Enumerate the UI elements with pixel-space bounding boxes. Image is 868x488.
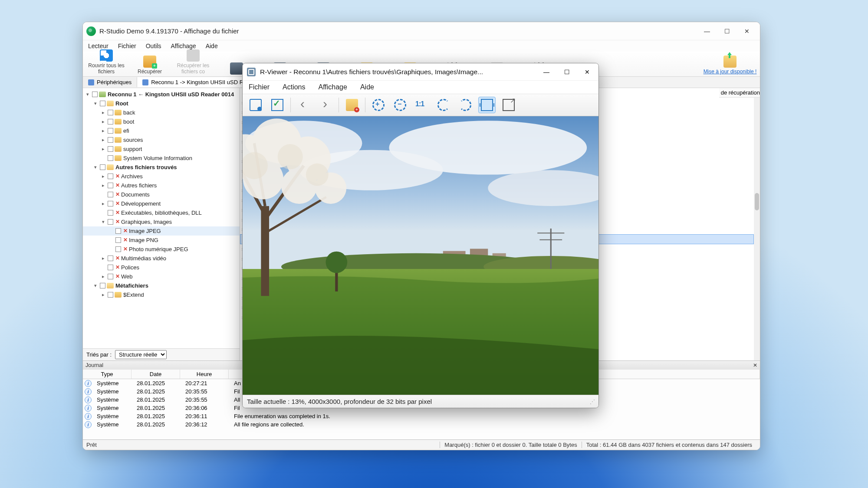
checkbox[interactable] [108, 174, 113, 179]
statusbar: Prêt Marqué(s) : fichier 0 et dossier 0.… [83, 439, 760, 450]
zoom-out-icon [394, 99, 406, 111]
menu-affichage[interactable]: Affichage [171, 43, 196, 49]
checkbox[interactable] [108, 274, 113, 279]
partition-icon [142, 79, 148, 85]
x-icon: ✕ [115, 265, 120, 270]
tree-item[interactable]: ✕Polices [83, 263, 240, 272]
journal-row[interactable]: iSystème28.01.202520:36:11File enumerati… [83, 412, 760, 420]
checkbox[interactable] [108, 119, 113, 124]
tree-item[interactable]: ▸efi [83, 126, 240, 135]
tree-item[interactable]: ▸✕Autres fichiers [83, 181, 240, 190]
rv-tool-prev[interactable] [295, 97, 312, 113]
file-tree[interactable]: ▾Reconnu 1 ← Kingston UHSII uSD Reader 0… [83, 88, 240, 348]
checkbox[interactable] [108, 292, 113, 298]
checkbox[interactable] [115, 237, 121, 243]
tab-scan[interactable]: Reconnu 1 -> Kingston UHSII uSD Re [137, 77, 252, 87]
tree-item[interactable]: ▸back [83, 108, 240, 117]
rv-close-button[interactable]: ✕ [585, 69, 590, 75]
tree-item-jpeg[interactable]: ✕Image JPEG [83, 226, 240, 236]
rv-tool-zoom-out[interactable] [391, 97, 409, 113]
rv-tool-zoom-100[interactable] [413, 97, 431, 113]
checkbox[interactable] [108, 146, 113, 152]
tree-item[interactable]: ✕Image PNG [83, 236, 240, 245]
rv-minimize-button[interactable]: — [543, 69, 549, 75]
checkbox[interactable] [115, 228, 121, 234]
checkbox[interactable] [100, 101, 105, 106]
scrollbar-thumb[interactable] [755, 193, 759, 210]
rv-tool-recover[interactable] [343, 97, 361, 113]
checkbox[interactable] [100, 283, 105, 288]
tree-item-graphics[interactable]: ▾✕Graphiques, Images [83, 217, 240, 226]
rv-status-text: Taille actuelle : 13%, 4000x3000, profon… [247, 398, 432, 405]
rv-tool-rotate-right[interactable] [457, 97, 474, 113]
tree-item[interactable]: ▸✕Archives [83, 172, 240, 181]
checkbox[interactable] [108, 155, 113, 161]
tree-item[interactable]: System Volume Information [83, 154, 240, 163]
column-header[interactable]: de récupération [719, 88, 760, 98]
maximize-button[interactable]: ☐ [723, 28, 731, 35]
tool-reopen-all[interactable]: Rouvrir tous les fichiers [85, 49, 128, 75]
checkbox[interactable] [108, 201, 113, 206]
rv-tool-mark[interactable] [269, 97, 286, 113]
tree-root[interactable]: ▾Reconnu 1 ← Kingston UHSII uSD Reader 0… [83, 90, 240, 99]
rv-tool-fullscreen[interactable] [500, 97, 517, 113]
tree-meta[interactable]: ▾Métafichiers [83, 281, 240, 290]
rv-menu-actions[interactable]: Actions [283, 83, 305, 91]
tree-item[interactable]: ✕Exécutables, bibliothèques, DLL [83, 208, 240, 217]
journal-time: 20:36:11 [182, 413, 230, 419]
checkbox[interactable] [108, 210, 113, 216]
menu-outils[interactable]: Outils [146, 43, 161, 49]
tree-item[interactable]: ▸support [83, 144, 240, 154]
tree-item[interactable]: ▸✕Multimédias vidéo [83, 254, 240, 263]
rv-tool-goto[interactable] [247, 97, 264, 113]
checkbox[interactable] [92, 92, 98, 97]
tree-root-folder[interactable]: ▾Root [83, 99, 240, 108]
rv-tool-zoom-in[interactable] [370, 97, 387, 113]
resize-grip[interactable]: ⋰ [590, 399, 594, 405]
tree-item[interactable]: ✕Photo numérique JPEG [83, 245, 240, 254]
col-date[interactable]: Date [132, 370, 180, 379]
tree-item[interactable]: ✕Documents [83, 190, 240, 199]
tab-devices[interactable]: Périphériques [83, 77, 137, 87]
rv-maximize-button[interactable]: ☐ [564, 69, 570, 75]
tree-item[interactable]: ▸sources [83, 135, 240, 144]
checkbox[interactable] [108, 137, 113, 143]
close-button[interactable]: ✕ [743, 28, 751, 35]
checkbox[interactable] [108, 265, 113, 270]
checkbox[interactable] [115, 246, 121, 252]
checkbox[interactable] [108, 192, 113, 197]
rv-menu-affichage[interactable]: Affichage [318, 83, 347, 91]
rv-tool-next[interactable] [317, 97, 334, 113]
tool-update[interactable]: Mise à jour disponible ! [702, 56, 758, 75]
checkbox[interactable] [108, 255, 113, 261]
tree-item[interactable]: ▸✕Développement [83, 199, 240, 208]
menu-lecteur[interactable]: Lecteur [88, 43, 108, 49]
scrollbar[interactable] [754, 98, 760, 360]
checkbox[interactable] [108, 128, 113, 134]
checkbox[interactable] [108, 110, 113, 115]
menu-fichier[interactable]: Fichier [118, 43, 136, 49]
tree-item[interactable]: ▸$Extend [83, 290, 240, 299]
titlebar[interactable]: R-Studio Demo 9.4.191370 - Affichage du … [83, 22, 760, 40]
checkbox[interactable] [108, 183, 113, 188]
journal-close-button[interactable]: ✕ [753, 362, 757, 368]
tree-other-found[interactable]: ▾Autres fichiers trouvés [83, 163, 240, 172]
rv-menu-fichier[interactable]: Fichier [249, 83, 270, 91]
menu-aide[interactable]: Aide [206, 43, 218, 49]
rv-menu-aide[interactable]: Aide [360, 83, 374, 91]
tree-item[interactable]: ▸✕Web [83, 272, 240, 281]
tool-recover[interactable]: Récupérer [128, 56, 171, 75]
checkbox[interactable] [108, 219, 113, 225]
rv-tool-fit[interactable] [478, 97, 496, 113]
col-time[interactable]: Heure [180, 370, 229, 379]
rv-menubar: Fichier Actions Affichage Aide [243, 81, 598, 94]
checkbox[interactable] [100, 164, 105, 170]
sort-select[interactable]: Structure réelle [115, 350, 167, 359]
image-preview[interactable] [243, 116, 598, 395]
minimize-button[interactable]: — [703, 28, 711, 35]
tree-item[interactable]: ▸boot [83, 117, 240, 126]
col-type[interactable]: Type [83, 370, 132, 379]
rv-tool-rotate-left[interactable] [435, 97, 452, 113]
journal-row[interactable]: iSystème28.01.202520:36:12All file regio… [83, 420, 760, 429]
rv-titlebar[interactable]: R-Viewer - Reconnu 1\Autres fichiers tro… [243, 63, 598, 81]
